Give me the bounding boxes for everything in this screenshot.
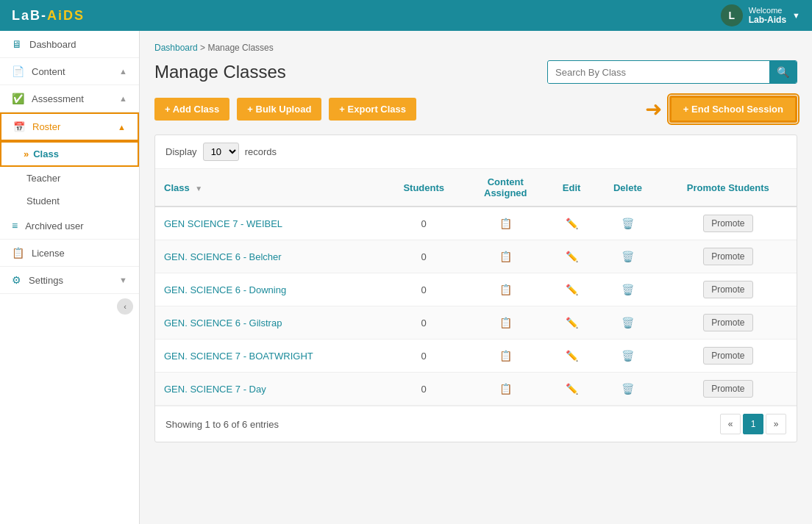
chevron-icon: ▲ bbox=[119, 94, 127, 103]
content-icon-button[interactable]: 📋 bbox=[499, 383, 512, 395]
content-assigned-cell[interactable]: 📋 bbox=[464, 373, 547, 406]
class-name-cell[interactable]: GEN. SCIENCE 7 - Day bbox=[155, 373, 384, 406]
edit-button[interactable]: ✏️ bbox=[566, 218, 578, 229]
promote-cell[interactable]: Promote bbox=[660, 207, 797, 240]
content-icon-button[interactable]: 📋 bbox=[499, 218, 512, 229]
main-layout: 🖥 Dashboard 📄 Content ▲ ✅ Assessment ▲ 📅… bbox=[0, 31, 812, 524]
sidebar-item-dashboard[interactable]: 🖥 Dashboard bbox=[0, 31, 139, 58]
students-cell: 0 bbox=[384, 207, 464, 240]
students-cell: 0 bbox=[384, 240, 464, 273]
class-name-cell[interactable]: GEN. SCIENCE 7 - BOATWRIGHT bbox=[155, 340, 384, 373]
sidebar-sub-item-teacher[interactable]: Teacher bbox=[0, 167, 139, 190]
sidebar-item-assessment[interactable]: ✅ Assessment ▲ bbox=[0, 85, 139, 112]
promote-cell[interactable]: Promote bbox=[660, 373, 797, 406]
collapse-button[interactable]: ‹ bbox=[0, 294, 139, 319]
promote-cell[interactable]: Promote bbox=[660, 240, 797, 273]
display-count-select[interactable]: 10 25 50 bbox=[203, 143, 239, 161]
edit-button[interactable]: ✏️ bbox=[566, 350, 578, 362]
delete-cell[interactable]: 🗑️ bbox=[596, 273, 659, 306]
prev-page-button[interactable]: « bbox=[720, 414, 741, 434]
delete-button[interactable]: 🗑️ bbox=[622, 350, 634, 362]
sidebar-sub-item-student[interactable]: Student bbox=[0, 190, 139, 212]
classes-table-wrapper: Display 10 25 50 records Class ▼ Student… bbox=[154, 134, 797, 442]
content-icon-button[interactable]: 📋 bbox=[499, 317, 512, 329]
edit-button[interactable]: ✏️ bbox=[566, 383, 578, 395]
content-assigned-cell[interactable]: 📋 bbox=[464, 240, 547, 273]
user-menu[interactable]: L Welcome Lab-Aids ▼ bbox=[721, 4, 800, 26]
delete-cell[interactable]: 🗑️ bbox=[596, 373, 659, 406]
content-assigned-cell[interactable]: 📋 bbox=[464, 207, 547, 240]
end-school-session-button[interactable]: + End School Session bbox=[669, 96, 797, 123]
add-class-button[interactable]: + Add Class bbox=[154, 98, 229, 121]
page-title: Manage Classes bbox=[154, 62, 286, 82]
content-icon-button[interactable]: 📋 bbox=[499, 251, 512, 262]
class-name-cell[interactable]: GEN. SCIENCE 6 - Gilstrap bbox=[155, 306, 384, 340]
page-header: Manage Classes 🔍 bbox=[154, 60, 797, 84]
col-promote: Promote Students bbox=[660, 169, 797, 207]
user-info: Welcome Lab-Aids bbox=[749, 6, 786, 25]
arrow-pointer: ➜ bbox=[645, 97, 662, 121]
delete-cell[interactable]: 🗑️ bbox=[596, 207, 659, 240]
sidebar-item-license[interactable]: 📋 License bbox=[0, 240, 139, 267]
edit-cell[interactable]: ✏️ bbox=[547, 306, 596, 340]
col-class[interactable]: Class ▼ bbox=[155, 169, 384, 207]
class-name-cell[interactable]: GEN. SCIENCE 6 - Belcher bbox=[155, 240, 384, 273]
sidebar-sub-label: Teacher bbox=[26, 173, 60, 184]
content-assigned-cell[interactable]: 📋 bbox=[464, 306, 547, 340]
delete-cell[interactable]: 🗑️ bbox=[596, 306, 659, 340]
class-name-cell[interactable]: GEN. SCIENCE 6 - Downing bbox=[155, 273, 384, 306]
page-1-button[interactable]: 1 bbox=[743, 414, 763, 434]
search-button[interactable]: 🔍 bbox=[769, 61, 797, 83]
next-page-button[interactable]: » bbox=[766, 414, 786, 434]
edit-button[interactable]: ✏️ bbox=[566, 317, 578, 329]
promote-cell[interactable]: Promote bbox=[660, 340, 797, 373]
content-icon-button[interactable]: 📋 bbox=[499, 284, 512, 295]
promote-cell[interactable]: Promote bbox=[660, 306, 797, 340]
content-icon-button[interactable]: 📋 bbox=[499, 350, 512, 362]
edit-cell[interactable]: ✏️ bbox=[547, 273, 596, 306]
promote-button[interactable]: Promote bbox=[703, 248, 752, 265]
edit-button[interactable]: ✏️ bbox=[566, 251, 578, 262]
promote-button[interactable]: Promote bbox=[703, 281, 752, 298]
chevron-up-icon: ▲ bbox=[118, 123, 126, 132]
delete-button[interactable]: 🗑️ bbox=[622, 218, 634, 229]
delete-button[interactable]: 🗑️ bbox=[622, 383, 634, 395]
delete-cell[interactable]: 🗑️ bbox=[596, 240, 659, 273]
delete-button[interactable]: 🗑️ bbox=[622, 251, 634, 262]
edit-cell[interactable]: ✏️ bbox=[547, 207, 596, 240]
edit-cell[interactable]: ✏️ bbox=[547, 340, 596, 373]
content-assigned-cell[interactable]: 📋 bbox=[464, 340, 547, 373]
promote-button[interactable]: Promote bbox=[703, 380, 752, 398]
class-name-cell[interactable]: GEN SCIENCE 7 - WEIBEL bbox=[155, 207, 384, 240]
table-header-row: Class ▼ Students ContentAssigned Edit De… bbox=[155, 169, 797, 207]
promote-cell[interactable]: Promote bbox=[660, 273, 797, 306]
export-class-button[interactable]: + Export Class bbox=[329, 98, 416, 121]
classes-table: Class ▼ Students ContentAssigned Edit De… bbox=[155, 169, 797, 406]
sidebar-item-label: Dashboard bbox=[29, 39, 76, 50]
promote-button[interactable]: Promote bbox=[703, 314, 752, 331]
content-assigned-cell[interactable]: 📋 bbox=[464, 273, 547, 306]
assessment-icon: ✅ bbox=[12, 93, 24, 104]
edit-button[interactable]: ✏️ bbox=[566, 284, 578, 295]
delete-cell[interactable]: 🗑️ bbox=[596, 340, 659, 373]
logo: LaB-AiDS bbox=[12, 8, 85, 24]
bulk-upload-button[interactable]: + Bulk Upload bbox=[237, 98, 321, 121]
sidebar-item-archived-user[interactable]: ≡ Archived user bbox=[0, 212, 139, 240]
sidebar-item-label: License bbox=[32, 248, 65, 259]
promote-button[interactable]: Promote bbox=[703, 347, 752, 365]
sidebar-sub-item-class[interactable]: » Class bbox=[0, 141, 139, 167]
sidebar-item-settings[interactable]: ⚙ Settings ▼ bbox=[0, 267, 139, 294]
edit-cell[interactable]: ✏️ bbox=[547, 373, 596, 406]
promote-button[interactable]: Promote bbox=[703, 215, 752, 232]
delete-button[interactable]: 🗑️ bbox=[622, 284, 634, 295]
edit-cell[interactable]: ✏️ bbox=[547, 240, 596, 273]
delete-button[interactable]: 🗑️ bbox=[622, 317, 634, 329]
sidebar-item-content[interactable]: 📄 Content ▲ bbox=[0, 58, 139, 85]
content-area: Dashboard > Manage Classes Manage Classe… bbox=[140, 31, 812, 524]
sidebar-item-roster[interactable]: 📅 Roster ▲ bbox=[0, 112, 139, 141]
breadcrumb-home[interactable]: Dashboard bbox=[154, 43, 198, 53]
user-name: Lab-Aids bbox=[749, 15, 786, 25]
search-input[interactable] bbox=[548, 62, 769, 83]
action-bar: + Add Class + Bulk Upload + Export Class… bbox=[154, 96, 797, 123]
table-row: GEN SCIENCE 7 - WEIBEL 0 📋 ✏️ 🗑️ Promote bbox=[155, 207, 797, 240]
